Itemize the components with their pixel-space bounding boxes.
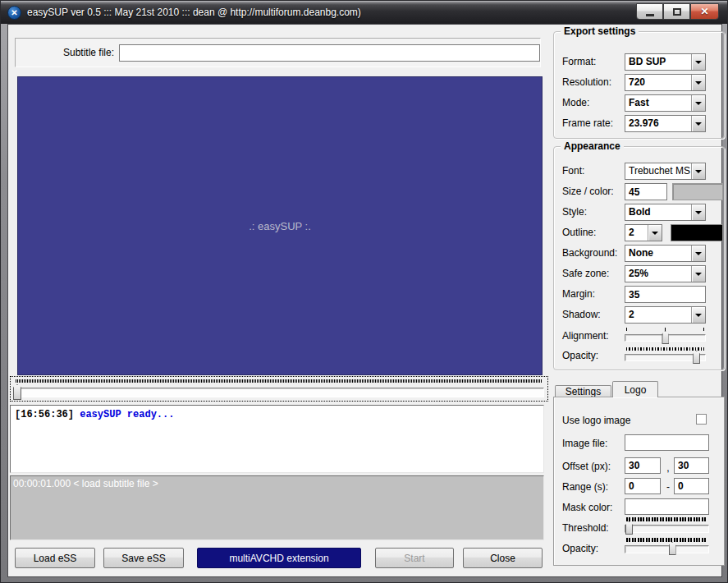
opacity-label: Opacity: [562,350,598,361]
resolution-label: Resolution: [562,76,611,88]
tab-logo[interactable]: Logo [612,381,658,397]
window-title: easySUP ver 0.5 ::: May 21st 2010 ::: de… [27,7,361,18]
font-select[interactable]: Trebuchet MS [625,163,706,180]
range-from-input[interactable] [625,478,661,494]
mask-color-input[interactable] [625,498,709,515]
format-value: BD SUP [625,54,691,70]
alignment-slider[interactable] [625,328,706,346]
slider-thumb[interactable] [693,351,700,364]
safe-zone-select[interactable]: 25% [625,265,706,282]
outline-value: 2 [625,225,648,241]
dropdown-arrow-button[interactable] [691,204,705,220]
close-icon: ✕ [700,6,708,17]
trackbar-track[interactable] [14,388,544,397]
threshold-slider[interactable] [625,517,709,535]
offset-label: Offset (px): [562,461,611,472]
threshold-label: Threshold: [562,522,609,534]
preview-watermark: .: easySUP :. [249,220,311,232]
mask-color-label: Mask color: [562,502,612,513]
margin-label: Margin: [562,288,595,300]
seek-trackbar[interactable] [10,376,548,402]
font-value: Trebuchet MS [625,163,691,179]
dropdown-arrow-button[interactable] [691,54,705,70]
export-settings-title: Export settings [561,25,639,37]
dropdown-arrow-button[interactable] [691,116,705,131]
margin-input[interactable] [625,286,706,303]
minimize-button[interactable] [636,3,663,20]
slider-thumb[interactable] [625,521,633,535]
outline-label: Outline: [562,227,596,238]
shadow-select[interactable]: 2 [625,306,706,324]
save-ess-button[interactable]: Save eSS [103,548,184,568]
logo-tab-panel: Use logo image Image file: Offset (px): … [553,397,725,566]
offset-x-input[interactable] [625,457,661,474]
subtitle-event-list[interactable]: 00:00:01.000 < load subtitle file > [10,475,544,540]
style-select[interactable]: Bold [625,204,706,221]
maximize-icon [673,8,681,16]
shadow-label: Shadow: [562,309,601,320]
dropdown-arrow-button[interactable] [691,95,705,111]
dropdown-arrow-button[interactable] [691,246,705,261]
mode-value: Fast [625,95,691,111]
list-item[interactable]: 00:00:01.000 < load subtitle file > [13,478,541,489]
frame-rate-select[interactable]: 23.976 [625,115,706,132]
logo-opacity-label: Opacity: [562,543,598,554]
dropdown-arrow-button[interactable] [691,266,705,282]
slider-ticks [626,517,707,521]
chevron-down-icon [695,252,702,255]
chevron-down-icon [695,81,702,85]
chevron-down-icon [695,211,702,214]
mode-label: Mode: [562,97,589,108]
outline-select[interactable]: 2 [625,224,662,241]
size-color-label: Size / color: [562,186,614,197]
dropdown-arrow-button[interactable] [691,75,705,90]
frame-rate-label: Frame rate: [562,117,613,129]
image-file-input[interactable] [625,434,709,451]
use-logo-image-label: Use logo image [562,415,630,426]
slider-track[interactable] [625,525,709,533]
use-logo-image-checkbox[interactable] [696,414,707,425]
mode-select[interactable]: Fast [625,94,706,112]
background-select[interactable]: None [625,245,706,262]
subtitle-file-input[interactable] [119,44,540,62]
appearance-group: Appearance Font: Trebuchet MS Size / col… [553,146,725,370]
text-color-swatch[interactable] [672,183,723,200]
slider-ticks [626,328,704,331]
multiavchd-extension-button[interactable]: multiAVCHD extension [197,548,361,568]
log-message: easySUP ready... [80,409,174,420]
outline-color-swatch[interactable] [671,224,723,241]
font-size-input[interactable] [625,183,667,200]
background-label: Background: [562,247,617,259]
trackbar-ticks [16,379,543,383]
log-timestamp: [16:56:36] [15,409,74,420]
client-area: Subtitle file: .: easySUP :. [16:56:36] … [7,24,722,577]
style-value: Bold [625,204,691,220]
safe-zone-label: Safe zone: [562,268,609,279]
resolution-select[interactable]: 720 [625,74,706,91]
slider-thumb[interactable] [669,542,676,555]
format-label: Format: [562,56,596,67]
font-label: Font: [562,165,584,177]
dropdown-arrow-button[interactable] [691,163,705,179]
close-app-button[interactable]: Close [463,548,543,568]
tab-settings[interactable]: Settings [555,385,611,397]
start-button[interactable]: Start [375,548,454,568]
trackbar-thumb[interactable] [13,384,21,400]
load-ess-button[interactable]: Load eSS [15,548,95,568]
slider-track[interactable] [625,545,709,553]
preview-area: .: easySUP :. [17,76,543,375]
dropdown-arrow-button[interactable] [648,225,662,241]
chevron-down-icon [695,61,702,64]
slider-thumb[interactable] [662,331,669,344]
resolution-value: 720 [625,75,691,90]
style-label: Style: [562,206,587,218]
offset-y-input[interactable] [674,457,709,474]
dropdown-arrow-button[interactable] [691,307,705,323]
opacity-slider[interactable] [625,347,706,365]
close-button[interactable]: ✕ [690,3,719,20]
range-label: Range (s): [562,481,608,493]
maximize-button[interactable] [663,3,690,20]
logo-opacity-slider[interactable] [625,538,709,556]
format-select[interactable]: BD SUP [625,53,706,71]
range-to-input[interactable] [674,478,709,494]
